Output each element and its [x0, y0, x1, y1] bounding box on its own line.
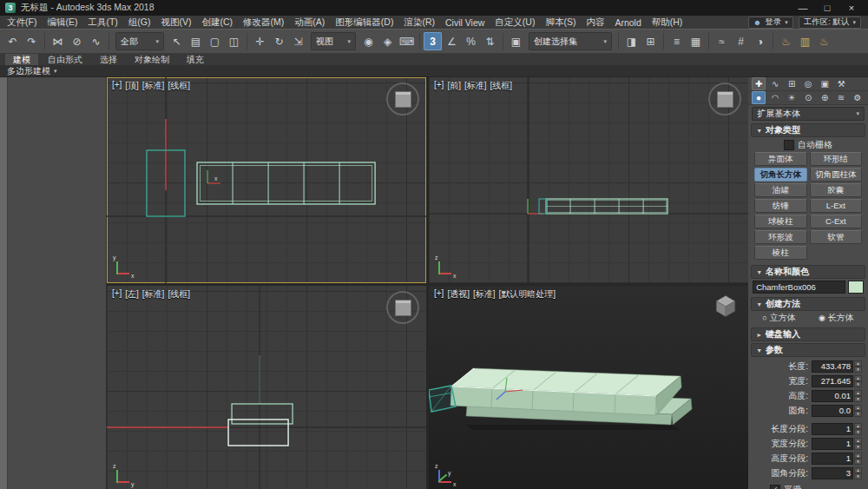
spinner-control[interactable]: ▴▾ [854, 390, 862, 402]
reference-coordinate-dropdown[interactable]: 视图 ▾ [311, 32, 356, 50]
top-viewport-canvas[interactable]: x [107, 77, 426, 283]
spinner-control[interactable]: ▴▾ [854, 375, 862, 387]
chamferbox-row-wireframe[interactable] [197, 162, 375, 204]
object-color-swatch[interactable] [848, 281, 864, 294]
material-editor-icon[interactable]: ◑ [751, 32, 769, 50]
window-crossing-icon[interactable]: ◫ [225, 32, 243, 50]
chamferbox-row-wireframe[interactable] [546, 199, 667, 214]
menu-item-civil-view[interactable]: Civil View [445, 17, 484, 28]
ribbon-tab-freeform[interactable]: 自由形式 [40, 54, 90, 65]
utilities-tab-icon[interactable]: ⚒ [834, 77, 848, 90]
viewport-menu-token[interactable]: [+] [112, 80, 122, 92]
named-selection-sets-dropdown[interactable]: 创建选择集 ▾ [529, 32, 612, 50]
lights-tab-icon[interactable]: ☀ [785, 91, 799, 104]
hedra-button[interactable]: 异面体 [754, 152, 806, 166]
use-pivot-center-icon[interactable]: ◉ [359, 32, 378, 50]
layer-manager-icon[interactable]: ≡ [667, 32, 686, 50]
transform-gizmo[interactable]: x [207, 170, 220, 183]
viewport-pov-token[interactable]: [顶] [125, 80, 139, 92]
geometry-tab-icon[interactable]: ● [752, 91, 766, 104]
viewport-standard-token[interactable]: [标准] [473, 288, 496, 301]
viewcube[interactable] [708, 83, 741, 116]
spinner-up-icon[interactable]: ▴ [854, 423, 862, 429]
display-tab-icon[interactable]: ▣ [818, 77, 832, 90]
menu-item-tools[interactable]: 工具(T) [88, 17, 117, 29]
render-production-icon[interactable]: ♨ [815, 32, 833, 50]
systems-tab-icon[interactable]: ⚙ [851, 91, 865, 104]
ribbon-tab-modeling[interactable]: 建模 [5, 54, 38, 65]
chamfer-box-button[interactable]: 切角长方体 [754, 168, 806, 182]
primitive-category-select[interactable]: 扩展基本体 ▾ [752, 107, 865, 121]
fillet-input[interactable]: 0.0 [812, 405, 853, 417]
spinner-snap-icon[interactable]: ⇅ [481, 32, 499, 50]
viewport-menu-token[interactable]: [+] [434, 288, 444, 301]
ribbon-tab-object-paint[interactable]: 对象绘制 [127, 54, 177, 65]
spinner-control[interactable]: ▴▾ [854, 360, 862, 373]
selection-wireframe[interactable] [429, 386, 456, 412]
shapes-tab-icon[interactable]: ◠ [768, 91, 782, 104]
height-segs-input[interactable]: 1 [812, 453, 853, 465]
viewcube-face-icon[interactable] [395, 91, 411, 108]
viewcube[interactable] [386, 83, 419, 116]
chamfer-cylinder-button[interactable]: 切角圆柱体 [810, 168, 862, 182]
cameras-tab-icon[interactable]: ⊙ [801, 91, 815, 104]
edit-named-selections-icon[interactable]: ▣ [507, 32, 525, 50]
spindle-button[interactable]: 纺锤 [754, 199, 806, 213]
select-and-manipulate-icon[interactable]: ◈ [378, 32, 397, 50]
box-wireframe[interactable] [232, 404, 293, 424]
viewport-pov-token[interactable]: [透视] [447, 288, 470, 301]
viewport-standard-token[interactable]: [标准] [142, 80, 165, 92]
viewcube[interactable] [712, 293, 740, 319]
menu-item-create[interactable]: 创建(C) [202, 17, 233, 29]
viewport-pov-token[interactable]: [前] [447, 80, 461, 92]
viewcube-face-icon[interactable] [395, 300, 411, 316]
angle-snap-icon[interactable]: ∠ [443, 32, 461, 50]
spinner-up-icon[interactable]: ▴ [854, 438, 862, 444]
select-and-rotate-icon[interactable]: ↻ [270, 32, 288, 50]
spinner-up-icon[interactable]: ▴ [854, 390, 862, 396]
modify-tab-icon[interactable]: ∿ [768, 77, 782, 90]
bind-to-space-warp-icon[interactable]: ∿ [87, 32, 105, 50]
select-and-move-icon[interactable]: ✛ [251, 32, 269, 50]
spinner-up-icon[interactable]: ▴ [854, 375, 862, 381]
viewport-menu-token[interactable]: [+] [434, 80, 444, 92]
align-icon[interactable]: ⊞ [641, 32, 660, 50]
object-name-input[interactable]: ChamferBox006 [753, 281, 845, 294]
spinner-control[interactable]: ▴▾ [854, 467, 862, 479]
menu-item-content[interactable]: 内容 [586, 17, 604, 29]
menu-item-graph-editors[interactable]: 图形编辑器(D) [335, 17, 393, 29]
viewport-shading-token[interactable]: [默认明暗处理] [499, 288, 556, 301]
redo-icon[interactable]: ↷ [23, 32, 41, 50]
viewport-standard-token[interactable]: [标准] [142, 288, 165, 301]
menu-item-group[interactable]: 组(G) [128, 17, 151, 29]
height-input[interactable]: 0.01 [812, 390, 853, 402]
l-ext-button[interactable]: L-Ext [810, 199, 862, 213]
width-input[interactable]: 271.645 [812, 375, 853, 387]
render-setup-icon[interactable]: ♨ [777, 32, 795, 50]
menu-item-views[interactable]: 视图(V) [161, 17, 192, 29]
cube-radio[interactable]: ○ 立方体 [762, 312, 795, 324]
smooth-checkbox[interactable]: ✓ [770, 485, 780, 489]
spinner-control[interactable]: ▴▾ [854, 405, 862, 417]
spinner-down-icon[interactable]: ▾ [854, 381, 862, 387]
ribbon-toggle-icon[interactable]: ▦ [687, 32, 705, 50]
ring-wave-button[interactable]: 环形波 [754, 230, 806, 244]
oil-tank-button[interactable]: 油罐 [754, 183, 806, 197]
spinner-down-icon[interactable]: ▾ [854, 396, 862, 402]
viewport-front[interactable]: [+] [前] [标准] [线框] [429, 77, 748, 283]
spinner-control[interactable]: ▴▾ [854, 423, 862, 435]
curve-editor-icon[interactable]: ≈ [713, 32, 731, 50]
rollout-parameters-header[interactable]: ▼ 参数 [751, 343, 865, 357]
spinner-down-icon[interactable]: ▾ [854, 367, 862, 373]
helpers-tab-icon[interactable]: ⊕ [818, 91, 832, 104]
maximize-button[interactable]: □ [816, 2, 838, 15]
left-dock-strip[interactable] [0, 77, 8, 489]
menu-item-modifiers[interactable]: 修改器(M) [243, 17, 284, 29]
width-segs-input[interactable]: 1 [812, 438, 853, 450]
menu-item-customize[interactable]: 自定义(U) [495, 17, 535, 29]
viewport-left[interactable]: [+] [左] [标准] [线框] [107, 286, 426, 489]
select-and-link-icon[interactable]: ⋈ [49, 32, 67, 50]
length-segs-input[interactable]: 1 [812, 423, 853, 435]
ribbon-panel-polygon-modeling[interactable]: 多边形建模 [7, 65, 50, 77]
viewport-shading-token[interactable]: [线框] [168, 80, 190, 92]
